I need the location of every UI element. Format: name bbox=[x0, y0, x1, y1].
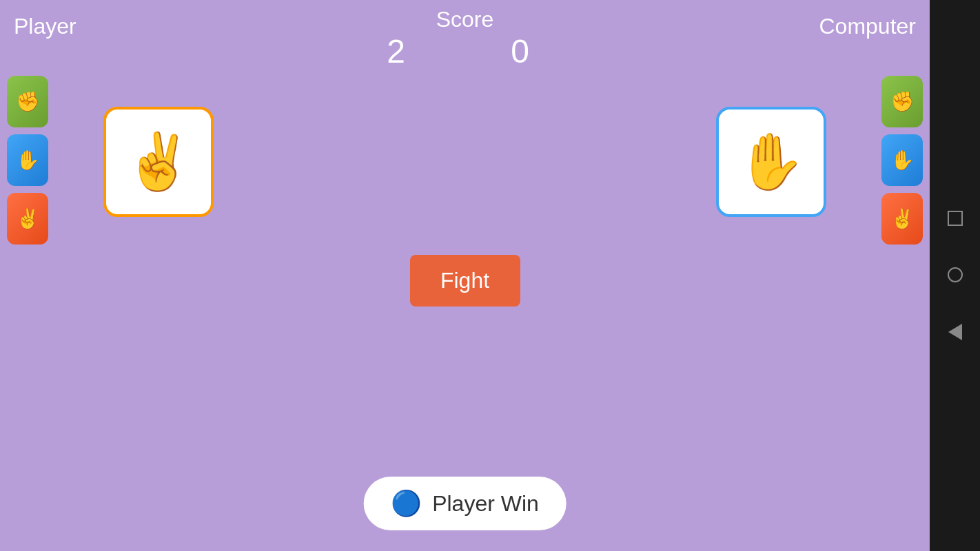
computer-label: Computer bbox=[819, 14, 917, 39]
computer-selected-card: ✋ bbox=[716, 107, 826, 217]
game-area: Player Score 2 0 Computer ✊ ✋ ✌️ ✊ ✋ ✌️ … bbox=[0, 0, 930, 551]
nav-circle-icon[interactable] bbox=[948, 267, 963, 282]
nav-back-icon[interactable] bbox=[948, 324, 962, 340]
player-card-icon: ✌️ bbox=[124, 129, 193, 194]
result-icon: 🔵 bbox=[391, 489, 422, 518]
computer-rock-button[interactable]: ✊ bbox=[881, 76, 923, 127]
computer-score: 0 bbox=[511, 33, 543, 70]
player-rock-button[interactable]: ✊ bbox=[7, 76, 48, 127]
computer-scissors-button[interactable]: ✌️ bbox=[881, 193, 923, 245]
computer-card-icon: ✋ bbox=[737, 129, 806, 194]
player-score: 2 bbox=[387, 33, 419, 70]
result-banner: 🔵 Player Win bbox=[363, 477, 566, 530]
player-scissors-button[interactable]: ✌️ bbox=[7, 193, 48, 245]
player-paper-button[interactable]: ✋ bbox=[7, 134, 48, 186]
result-text: Player Win bbox=[432, 491, 539, 517]
computer-choices: ✊ ✋ ✌️ bbox=[881, 76, 923, 245]
fight-button[interactable]: Fight bbox=[410, 255, 520, 306]
player-choices: ✊ ✋ ✌️ bbox=[7, 76, 48, 245]
score-section: Score 2 0 bbox=[387, 7, 543, 70]
android-nav-bar bbox=[930, 0, 980, 551]
computer-paper-button[interactable]: ✋ bbox=[881, 134, 923, 186]
nav-square-icon[interactable] bbox=[948, 211, 963, 226]
score-values: 2 0 bbox=[387, 32, 543, 70]
player-selected-card: ✌️ bbox=[103, 107, 214, 217]
score-title: Score bbox=[387, 7, 543, 32]
player-label: Player bbox=[14, 14, 76, 39]
